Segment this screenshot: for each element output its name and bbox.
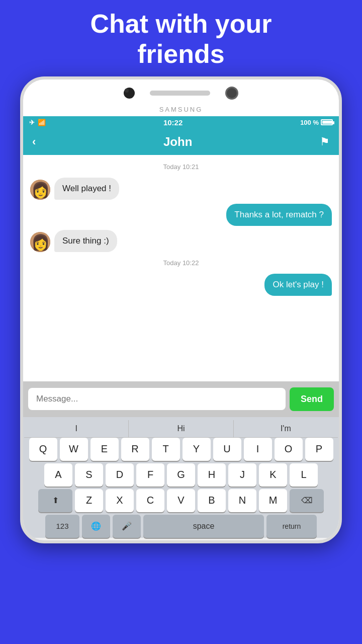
key-p[interactable]: P [305, 438, 333, 461]
bubble-received: Sure thing :) [54, 230, 117, 252]
message-row: Thanks a lot, rematch ? [30, 204, 332, 226]
key-l[interactable]: L [290, 463, 318, 487]
phone-top [23, 79, 339, 105]
key-a[interactable]: A [44, 463, 72, 487]
phone-frame: SAMSUNG ✈ 📶 10:22 100 % ‹ John ⚑ Today 1… [20, 76, 342, 543]
key-s[interactable]: S [75, 463, 103, 487]
message-row: Ok let's play ! [30, 274, 332, 296]
key-d[interactable]: D [106, 463, 134, 487]
globe-key[interactable]: 🌐 [82, 515, 110, 538]
bubble-received: Well played ! [54, 178, 119, 200]
chat-body: Today 10:21 Well played ! Thanks a lot, … [23, 155, 339, 381]
status-left-icons: ✈ 📶 [29, 119, 46, 126]
bubble-sent: Ok let's play ! [264, 274, 332, 296]
bubble-sent: Thanks a lot, rematch ? [226, 204, 332, 226]
key-k[interactable]: K [259, 463, 287, 487]
message-row: Sure thing :) [30, 230, 332, 252]
keyboard-row-bottom: 123 🌐 🎤 space return [24, 515, 338, 538]
battery-icon [321, 119, 333, 125]
keyboard-row-2: A S D F G H J K L [24, 463, 338, 487]
timestamp-1: Today 10:21 [30, 163, 332, 171]
key-x[interactable]: X [106, 489, 134, 512]
contact-name: John [163, 135, 192, 149]
key-u[interactable]: U [213, 438, 241, 461]
avatar [30, 232, 50, 252]
key-r[interactable]: R [121, 438, 149, 461]
suggestion-im[interactable]: I'm [234, 420, 338, 437]
key-m[interactable]: M [259, 489, 287, 512]
key-o[interactable]: O [275, 438, 303, 461]
speaker [150, 91, 210, 96]
key-w[interactable]: W [60, 438, 88, 461]
key-h[interactable]: H [198, 463, 226, 487]
key-f[interactable]: F [136, 463, 164, 487]
samsung-brand: SAMSUNG [23, 105, 339, 116]
key-b[interactable]: B [198, 489, 226, 512]
message-row: Well played ! [30, 178, 332, 200]
back-button[interactable]: ‹ [32, 135, 36, 148]
suggestion-i[interactable]: I [24, 420, 129, 437]
key-t[interactable]: T [152, 438, 180, 461]
avatar [30, 180, 50, 200]
front-camera-right [225, 87, 238, 100]
flag-button[interactable]: ⚑ [320, 135, 330, 148]
suggestion-hi[interactable]: Hi [129, 420, 233, 437]
shift-key[interactable]: ⬆ [38, 489, 72, 512]
key-y[interactable]: Y [183, 438, 211, 461]
mic-key[interactable]: 🎤 [113, 515, 141, 538]
keyboard-suggestions: I Hi I'm [24, 420, 338, 438]
status-time: 10:22 [163, 118, 183, 127]
chat-header: ‹ John ⚑ [23, 129, 339, 155]
timestamp-2: Today 10:22 [30, 259, 332, 267]
message-input-area: Send [23, 381, 339, 417]
return-key[interactable]: return [266, 515, 317, 538]
key-z[interactable]: Z [75, 489, 103, 512]
key-c[interactable]: C [136, 489, 164, 512]
airplane-icon: ✈ [29, 119, 35, 126]
space-key[interactable]: space [143, 515, 264, 538]
page-title: Chat with your friends [70, 0, 292, 76]
front-camera-left [124, 88, 135, 99]
send-button[interactable]: Send [290, 387, 334, 411]
key-j[interactable]: J [228, 463, 256, 487]
key-i[interactable]: I [244, 438, 272, 461]
message-input[interactable] [28, 388, 286, 410]
key-g[interactable]: G [167, 463, 195, 487]
keyboard: I Hi I'm Q W E R T Y U I O P A S D F G H… [23, 417, 339, 538]
key-v[interactable]: V [167, 489, 195, 512]
key-e[interactable]: E [90, 438, 119, 461]
key-q[interactable]: Q [29, 438, 57, 461]
key-n[interactable]: N [228, 489, 256, 512]
delete-key[interactable]: ⌫ [290, 489, 324, 512]
keyboard-row-3: ⬆ Z X C V B N M ⌫ [24, 489, 338, 512]
keyboard-row-1: Q W E R T Y U I O P [24, 438, 338, 461]
battery-label: 100 % [300, 119, 319, 126]
status-bar: ✈ 📶 10:22 100 % [23, 116, 339, 129]
status-right: 100 % [300, 119, 333, 126]
num-key[interactable]: 123 [45, 515, 79, 538]
wifi-icon: 📶 [38, 119, 46, 126]
